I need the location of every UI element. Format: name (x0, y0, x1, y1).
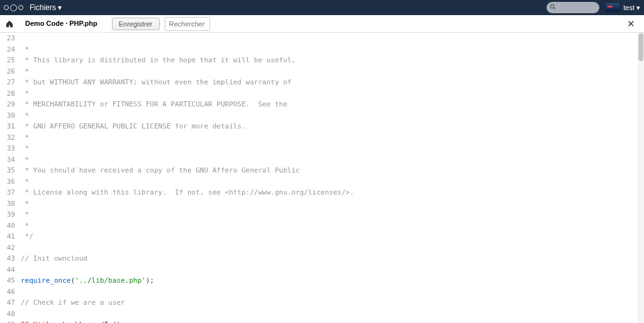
breadcrumb-label: Demo Code · PHP.php (25, 20, 97, 27)
user-label: test ▾ (623, 4, 640, 12)
top-bar: Fichiers ▾ test ▾ (0, 0, 644, 15)
search-wrap (547, 2, 599, 13)
save-button[interactable]: Enregistrer (112, 18, 160, 30)
user-menu[interactable]: test ▾ (606, 3, 640, 12)
breadcrumb[interactable]: Demo Code · PHP.php (19, 15, 107, 33)
find-input[interactable] (165, 17, 210, 31)
home-icon[interactable] (5, 20, 14, 28)
owncloud-logo (4, 4, 23, 11)
files-menu[interactable]: Fichiers ▾ (30, 3, 62, 12)
sub-bar: Demo Code · PHP.php Enregistrer ✕ (0, 15, 644, 33)
avatar (606, 3, 619, 12)
close-icon[interactable]: ✕ (623, 18, 639, 30)
search-input[interactable] (547, 2, 599, 13)
